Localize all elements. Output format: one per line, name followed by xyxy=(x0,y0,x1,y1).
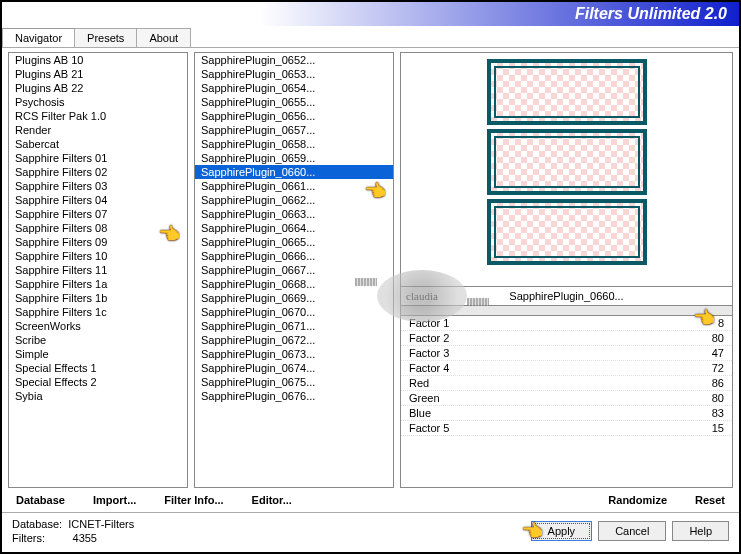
category-item[interactable]: Sapphire Filters 01 xyxy=(9,151,187,165)
category-item[interactable]: Sapphire Filters 03 xyxy=(9,179,187,193)
spacer xyxy=(320,494,580,506)
tab-navigator[interactable]: Navigator xyxy=(2,28,75,47)
param-value: 8 xyxy=(718,317,724,329)
filters-value: 4355 xyxy=(73,532,97,544)
category-item[interactable]: Sapphire Filters 04 xyxy=(9,193,187,207)
category-item[interactable]: Special Effects 2 xyxy=(9,375,187,389)
filter-item[interactable]: SapphirePlugin_0669... xyxy=(195,291,393,305)
database-link[interactable]: Database xyxy=(16,494,65,506)
filter-item[interactable]: SapphirePlugin_0671... xyxy=(195,319,393,333)
param-name: Blue xyxy=(409,407,431,419)
category-item[interactable]: Plugins AB 10 xyxy=(9,53,187,67)
category-item[interactable]: Sapphire Filters 1b xyxy=(9,291,187,305)
filter-item[interactable]: SapphirePlugin_0656... xyxy=(195,109,393,123)
filter-item[interactable]: SapphirePlugin_0654... xyxy=(195,81,393,95)
category-item[interactable]: Sapphire Filters 08 xyxy=(9,221,187,235)
param-row[interactable]: Blue83 xyxy=(401,406,732,421)
divider xyxy=(400,306,733,316)
preview-tile xyxy=(487,129,647,195)
editor-link[interactable]: Editor... xyxy=(252,494,292,506)
app-window: Filters Unlimited 2.0 Navigator Presets … xyxy=(0,0,741,554)
category-item[interactable]: Sabercat xyxy=(9,137,187,151)
filter-item[interactable]: SapphirePlugin_0674... xyxy=(195,361,393,375)
db-value: ICNET-Filters xyxy=(68,518,134,530)
filter-info-link[interactable]: Filter Info... xyxy=(164,494,223,506)
param-row[interactable]: Factor 515 xyxy=(401,421,732,436)
preview-tile xyxy=(487,199,647,265)
category-list[interactable]: Plugins AB 10Plugins AB 21Plugins AB 22P… xyxy=(8,52,188,488)
filter-list[interactable]: SapphirePlugin_0652...SapphirePlugin_065… xyxy=(194,52,394,488)
tab-presets[interactable]: Presets xyxy=(74,28,137,47)
param-value: 86 xyxy=(712,377,724,389)
category-item[interactable]: Sapphire Filters 1c xyxy=(9,305,187,319)
category-item[interactable]: Psychosis xyxy=(9,95,187,109)
category-item[interactable]: Sapphire Filters 11 xyxy=(9,263,187,277)
category-item[interactable]: Sapphire Filters 02 xyxy=(9,165,187,179)
filter-item[interactable]: SapphirePlugin_0658... xyxy=(195,137,393,151)
category-item[interactable]: Sapphire Filters 1a xyxy=(9,277,187,291)
filter-item[interactable]: SapphirePlugin_0664... xyxy=(195,221,393,235)
category-item[interactable]: Plugins AB 22 xyxy=(9,81,187,95)
param-name: Red xyxy=(409,377,429,389)
filter-item[interactable]: SapphirePlugin_0668... xyxy=(195,277,393,291)
filter-item[interactable]: SapphirePlugin_0665... xyxy=(195,235,393,249)
param-name: Factor 5 xyxy=(409,422,449,434)
db-label: Database: xyxy=(12,518,62,530)
filter-item[interactable]: SapphirePlugin_0670... xyxy=(195,305,393,319)
import-link[interactable]: Import... xyxy=(93,494,136,506)
filter-item[interactable]: SapphirePlugin_0672... xyxy=(195,333,393,347)
param-name: Factor 2 xyxy=(409,332,449,344)
param-value: 80 xyxy=(712,332,724,344)
category-item[interactable]: Scribe xyxy=(9,333,187,347)
randomize-link[interactable]: Randomize xyxy=(608,494,667,506)
category-item[interactable]: Sapphire Filters 07 xyxy=(9,207,187,221)
param-row[interactable]: Factor 347 xyxy=(401,346,732,361)
param-row[interactable]: Green80 xyxy=(401,391,732,406)
cancel-button[interactable]: Cancel xyxy=(598,521,666,541)
filter-item[interactable]: SapphirePlugin_0663... xyxy=(195,207,393,221)
filter-item[interactable]: SapphirePlugin_0655... xyxy=(195,95,393,109)
category-item[interactable]: ScreenWorks xyxy=(9,319,187,333)
filter-item[interactable]: SapphirePlugin_0653... xyxy=(195,67,393,81)
title-bar: Filters Unlimited 2.0 xyxy=(2,2,739,26)
filters-label: Filters: xyxy=(12,532,45,544)
category-item[interactable]: Plugins AB 21 xyxy=(9,67,187,81)
main-area: Plugins AB 10Plugins AB 21Plugins AB 22P… xyxy=(2,48,739,488)
filter-item[interactable]: SapphirePlugin_0662... xyxy=(195,193,393,207)
param-value: 83 xyxy=(712,407,724,419)
category-item[interactable]: RCS Filter Pak 1.0 xyxy=(9,109,187,123)
category-item[interactable]: Sapphire Filters 09 xyxy=(9,235,187,249)
category-item[interactable]: Sapphire Filters 10 xyxy=(9,249,187,263)
param-row[interactable]: Factor 18 xyxy=(401,316,732,331)
tab-strip: Navigator Presets About xyxy=(2,28,739,48)
filter-item[interactable]: SapphirePlugin_0673... xyxy=(195,347,393,361)
filter-item[interactable]: SapphirePlugin_0661... xyxy=(195,179,393,193)
param-row[interactable]: Factor 472 xyxy=(401,361,732,376)
filter-item[interactable]: SapphirePlugin_0660... xyxy=(195,165,393,179)
button-row: Apply Cancel Help xyxy=(531,521,729,541)
tab-about[interactable]: About xyxy=(136,28,191,47)
filter-item[interactable]: SapphirePlugin_0667... xyxy=(195,263,393,277)
category-item[interactable]: Simple xyxy=(9,347,187,361)
filter-item[interactable]: SapphirePlugin_0675... xyxy=(195,375,393,389)
param-value: 80 xyxy=(712,392,724,404)
parameter-list[interactable]: Factor 18Factor 280Factor 347Factor 472R… xyxy=(400,316,733,488)
apply-button[interactable]: Apply xyxy=(531,521,593,541)
param-row[interactable]: Red86 xyxy=(401,376,732,391)
filter-item[interactable]: SapphirePlugin_0652... xyxy=(195,53,393,67)
filter-item[interactable]: SapphirePlugin_0666... xyxy=(195,249,393,263)
app-title: Filters Unlimited 2.0 xyxy=(575,5,727,23)
preview-pane xyxy=(400,52,733,287)
param-value: 47 xyxy=(712,347,724,359)
param-name: Factor 4 xyxy=(409,362,449,374)
help-button[interactable]: Help xyxy=(672,521,729,541)
param-name: Factor 3 xyxy=(409,347,449,359)
filter-item[interactable]: SapphirePlugin_0676... xyxy=(195,389,393,403)
param-row[interactable]: Factor 280 xyxy=(401,331,732,346)
category-item[interactable]: Render xyxy=(9,123,187,137)
category-item[interactable]: Sybia xyxy=(9,389,187,403)
reset-link[interactable]: Reset xyxy=(695,494,725,506)
filter-item[interactable]: SapphirePlugin_0659... xyxy=(195,151,393,165)
category-item[interactable]: Special Effects 1 xyxy=(9,361,187,375)
filter-item[interactable]: SapphirePlugin_0657... xyxy=(195,123,393,137)
